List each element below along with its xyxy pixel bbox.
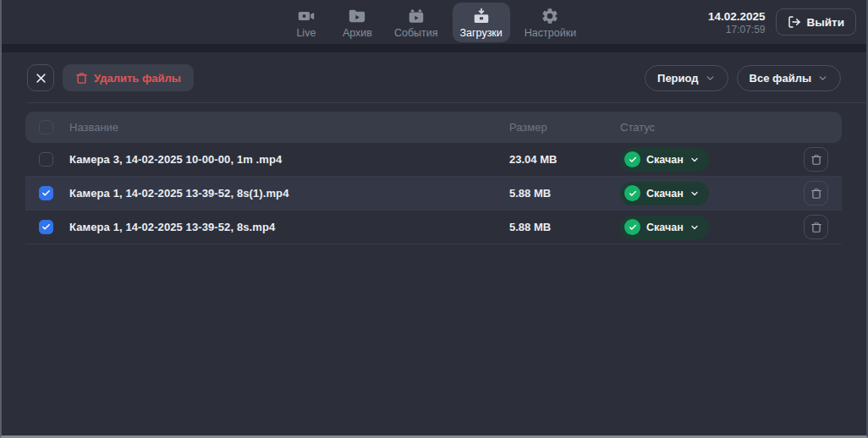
close-selection-button[interactable] [27, 64, 54, 91]
file-name: Камера 1, 14-02-2025 13-39-52, 8s.mp4 [69, 221, 509, 233]
downloads-table: Название Размер Статус Камера 3, 14-02-2… [25, 112, 842, 244]
table-row: Камера 1, 14-02-2025 13-39-52, 8s(1).mp4… [25, 177, 842, 211]
selection-toolbar: Удалить файлы Период Все файлы [2, 52, 866, 100]
video-camera-icon [297, 7, 316, 25]
status-badge[interactable]: Скачан [620, 216, 709, 239]
check-circle-icon [624, 219, 640, 235]
file-size: 23.04 MB [509, 153, 620, 166]
app-window: Live Архив События Загрузки [0, 0, 868, 438]
file-filter-label: Все файлы [750, 72, 811, 85]
tab-events[interactable]: События [387, 3, 446, 42]
logout-icon [788, 15, 801, 29]
folder-play-icon [348, 7, 366, 25]
main-tabs: Live Архив События Загрузки [284, 3, 584, 42]
check-circle-icon [624, 151, 640, 167]
top-navigation-bar: Live Архив События Загрузки [2, 0, 866, 44]
events-icon [407, 7, 426, 25]
tab-label: События [394, 28, 438, 39]
tab-label: Загрузки [460, 28, 503, 39]
file-name: Камера 1, 14-02-2025 13-39-52, 8s(1).mp4 [69, 187, 509, 200]
file-name: Камера 3, 14-02-2025 10-00-00, 1m .mp4 [69, 153, 509, 166]
tab-label: Live [296, 28, 316, 39]
gear-icon [541, 7, 559, 25]
table-row: Камера 1, 14-02-2025 13-39-52, 8s.mp4 5.… [25, 211, 842, 244]
tab-settings[interactable]: Настройки [517, 3, 584, 42]
file-filter-dropdown[interactable]: Все файлы [737, 65, 841, 91]
chevron-down-icon [689, 189, 700, 199]
toolbar-divider-line [27, 102, 866, 103]
download-box-icon [472, 7, 491, 25]
header-size: Размер [509, 121, 620, 134]
select-all-checkbox[interactable] [39, 120, 53, 134]
delete-files-label: Удалить файлы [94, 72, 181, 85]
status-label: Скачан [646, 188, 684, 200]
logout-label: Выйти [807, 16, 845, 29]
file-size: 5.88 MB [509, 221, 620, 233]
status-badge[interactable]: Скачан [620, 182, 709, 205]
downloads-page: Удалить файлы Период Все файлы [2, 52, 866, 435]
logout-button[interactable]: Выйти [776, 8, 857, 36]
delete-row-button[interactable] [804, 181, 828, 205]
row-checkbox[interactable] [39, 220, 53, 234]
period-dropdown[interactable]: Период [645, 65, 728, 91]
status-label: Скачан [646, 154, 684, 166]
chevron-down-icon [689, 155, 700, 165]
header-name: Название [69, 121, 509, 134]
datetime-display: 14.02.2025 17:07:59 [708, 9, 766, 36]
topbar-divider [2, 44, 866, 52]
chevron-down-icon [689, 222, 700, 233]
status-label: Скачан [646, 222, 684, 233]
topbar-right: 14.02.2025 17:07:59 Выйти [708, 0, 856, 44]
period-label: Период [657, 72, 699, 85]
tab-downloads[interactable]: Загрузки [453, 3, 510, 42]
table-header: Название Размер Статус [25, 112, 842, 143]
status-badge[interactable]: Скачан [620, 148, 709, 172]
file-size: 5.88 MB [509, 187, 620, 200]
current-date: 14.02.2025 [708, 9, 766, 24]
delete-row-button[interactable] [804, 147, 828, 172]
current-time: 17:07:59 [708, 24, 766, 36]
chevron-down-icon [705, 73, 716, 84]
trash-icon [75, 72, 88, 85]
tab-archive[interactable]: Архив [335, 3, 380, 42]
tab-live[interactable]: Live [284, 3, 328, 42]
chevron-down-icon [817, 73, 828, 84]
delete-row-button[interactable] [804, 215, 828, 239]
row-checkbox[interactable] [39, 186, 53, 200]
table-row: Камера 3, 14-02-2025 10-00-00, 1m .mp4 2… [25, 143, 842, 177]
row-checkbox[interactable] [39, 152, 53, 167]
header-status: Статус [620, 121, 790, 134]
check-circle-icon [624, 185, 640, 201]
tab-label: Настройки [525, 28, 576, 39]
tab-label: Архив [343, 28, 372, 39]
delete-files-button[interactable]: Удалить файлы [63, 64, 194, 91]
